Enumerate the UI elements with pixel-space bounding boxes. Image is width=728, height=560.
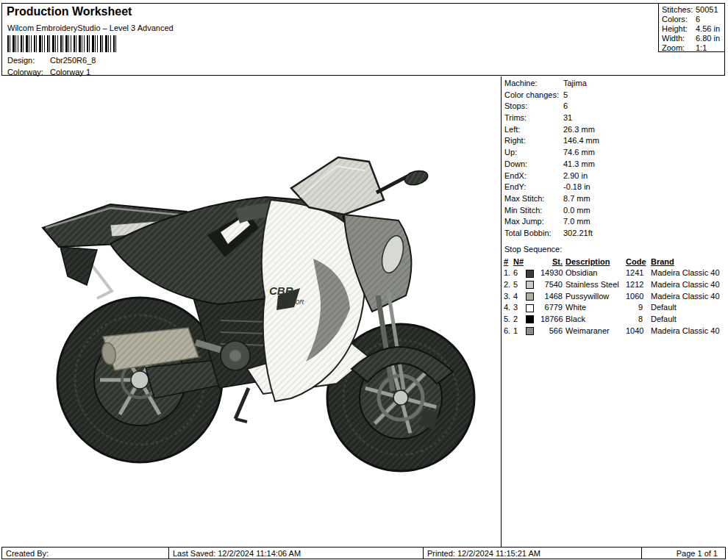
info-value: 5 [563, 90, 568, 101]
stat-row: Zoom:1:1 [662, 43, 724, 53]
production-worksheet-page: Production Worksheet Wilcom EmbroiderySt… [0, 0, 728, 560]
thread-swatch [526, 270, 534, 278]
info-label: EndY: [504, 182, 526, 193]
info-value: 41.3 mm [563, 159, 595, 170]
page-title: Production Worksheet [7, 5, 132, 18]
stop-sequence-title: Stop Sequence: [502, 243, 727, 255]
cell-stitches: 1468 [540, 291, 565, 303]
col-header-code: Code [626, 256, 646, 268]
machine-info-panel: Machine:Tajima Color changes:5 Stops:6 T… [501, 76, 727, 547]
stat-value: 4.56 in [696, 24, 720, 33]
col-header-description: Description [565, 256, 626, 268]
info-label: Max Jump: [504, 216, 544, 228]
stat-label: Zoom: [662, 43, 685, 52]
stop-table-row: 2. 5 7540 Stainless Steel 1212 Madeira C… [502, 279, 727, 291]
machine-info-row: Left:26.3 mm [502, 124, 727, 136]
cell-code: 1060 [626, 291, 646, 303]
info-value: 0.0 mm [563, 205, 590, 217]
summary-box: Stitches:50051 Colors:6 Height:4.56 in W… [658, 3, 725, 52]
cell-description: Pussywillow [565, 291, 626, 303]
info-label: Stops: [504, 101, 527, 112]
cell-n: 3 [513, 302, 526, 314]
stop-sequence-table: # N# St. Description Code Brand 1. 6 149… [502, 256, 727, 337]
cell-n: 2 [513, 314, 526, 326]
cell-stitches: 7540 [540, 279, 565, 291]
col-header-brand: Brand [646, 256, 727, 268]
thread-swatch [526, 315, 534, 323]
thread-swatch [526, 281, 534, 289]
cell-code: 1241 [626, 268, 646, 279]
stat-label: Colors: [662, 15, 688, 24]
printed: Printed: 12/2/2024 11:15:21 AM [423, 548, 641, 559]
cell-code: 9 [626, 302, 646, 314]
header: Production Worksheet Wilcom EmbroiderySt… [1, 3, 725, 76]
stat-row: Colors:6 [662, 15, 724, 24]
stop-table-row: 1. 6 14930 Obsidian 1241 Madeira Classic… [502, 268, 727, 279]
cell-num: 4. [504, 302, 513, 314]
stat-value: 6.80 in [696, 34, 720, 43]
machine-info-row: Trims:31 [502, 112, 727, 124]
cell-brand: Madeira Classic 40 [646, 291, 727, 303]
thread-swatch [526, 292, 534, 301]
design-logo-subtext: 250R [288, 298, 304, 306]
cell-n: 5 [513, 279, 526, 291]
stat-value: 6 [696, 15, 700, 24]
design-logo-text: CBR [269, 284, 293, 297]
stat-row: Stitches:50051 [662, 5, 724, 15]
stop-table-row: 5. 2 18766 Black 8 Default [502, 314, 727, 326]
cell-num: 6. [504, 326, 513, 337]
last-saved: Last Saved: 12/2/2024 11:14:06 AM [168, 548, 423, 559]
stat-row: Height:4.56 in [662, 24, 724, 34]
info-value: 26.3 mm [563, 124, 595, 136]
stat-value: 1:1 [696, 43, 707, 52]
machine-info-row: Machine:Tajima [502, 78, 727, 90]
machine-info-row: Up:74.6 mm [502, 147, 727, 159]
info-label: Right: [504, 135, 526, 147]
page-number: Page 1 of 1 [641, 548, 725, 559]
cell-stitches: 6779 [540, 302, 565, 314]
barcode [7, 35, 118, 52]
info-value: 74.6 mm [563, 147, 595, 159]
stop-table-row: 4. 3 6779 White 9 Default [502, 302, 727, 314]
cell-n: 6 [513, 268, 526, 279]
machine-info-row: Down:41.3 mm [502, 159, 727, 170]
info-value: Tajima [563, 78, 587, 90]
info-label: Max Stitch: [504, 193, 544, 205]
info-label: Trims: [504, 112, 527, 124]
cell-description: Obsidian [565, 268, 626, 279]
machine-info-row: EndX:2.90 in [502, 170, 727, 182]
design-value: Cbr250R6_8 [50, 56, 96, 65]
cell-stitches: 14930 [540, 268, 565, 279]
thread-swatch [526, 304, 534, 312]
col-header-num: # [504, 256, 513, 268]
info-label: EndX: [504, 170, 527, 182]
machine-info-row: Max Stitch:8.7 mm [502, 193, 727, 205]
cell-brand: Madeira Classic 40 [646, 268, 727, 279]
info-label: Total Bobbin: [504, 228, 552, 240]
created-by: Created By: [2, 548, 168, 559]
info-value: 146.4 mm [563, 135, 599, 147]
colorway-label: Colorway: [7, 68, 43, 76]
cell-num: 3. [504, 291, 513, 303]
info-value: 7.0 mm [563, 216, 590, 228]
stat-label: Stitches: [662, 5, 693, 14]
cell-brand: Default [646, 314, 727, 326]
stat-row: Width:6.80 in [662, 34, 724, 43]
info-label: Left: [504, 124, 520, 136]
cell-description: White [565, 302, 626, 314]
design-canvas: CBR 250R [0, 76, 500, 547]
cell-description: Black [565, 314, 626, 326]
cell-brand: Default [646, 302, 727, 314]
info-label: Machine: [504, 78, 538, 90]
stat-label: Height: [662, 24, 688, 33]
info-label: Color changes: [504, 90, 559, 101]
machine-info-row: Stops:6 [502, 101, 727, 112]
info-label: Min Stitch: [504, 205, 542, 217]
cell-code: 8 [626, 314, 646, 326]
machine-info-row: Total Bobbin:302.21ft [502, 228, 727, 240]
mirror-graphic [377, 168, 429, 193]
app-subtitle: Wilcom EmbroideryStudio – Level 3 Advanc… [7, 24, 174, 32]
info-value: 31 [563, 112, 572, 124]
cell-brand: Madeira Classic 40 [646, 279, 727, 291]
info-value: 6 [563, 101, 568, 112]
